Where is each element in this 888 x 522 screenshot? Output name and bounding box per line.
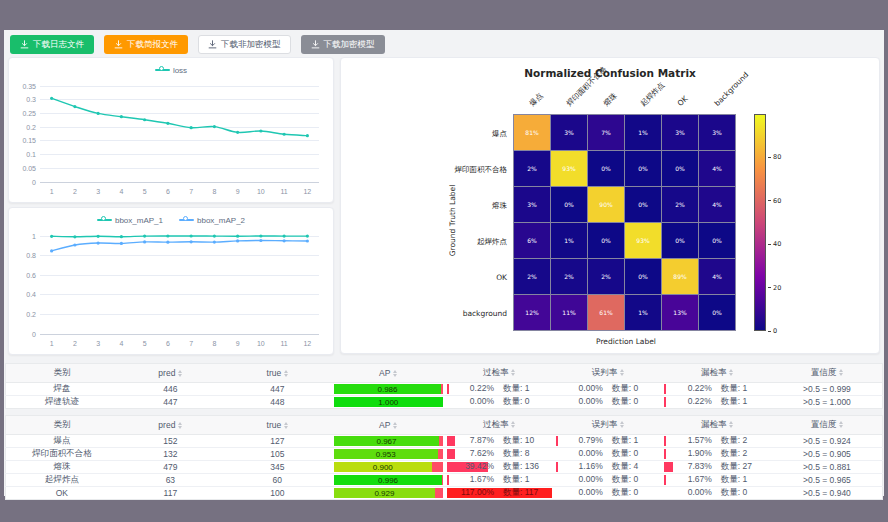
sort-icon[interactable]	[620, 421, 624, 428]
matrix-cell: 6%	[514, 223, 550, 258]
matrix-cell: 0%	[625, 259, 661, 294]
confidence-cell: >0.5 = 0.924	[772, 435, 883, 448]
rate-count: 数量: 136	[494, 461, 552, 473]
matrix-cell: 89%	[662, 259, 698, 294]
sort-icon[interactable]	[393, 422, 397, 429]
column-header-3[interactable]: true	[223, 416, 332, 435]
svg-text:5: 5	[143, 340, 147, 347]
svg-text:3: 3	[96, 188, 100, 195]
rate-count: 数量: 0	[603, 474, 661, 486]
matrix-cell: 90%	[588, 187, 624, 222]
button-label: 下载简报文件	[127, 39, 178, 51]
matrix-cell: 3%	[514, 187, 550, 222]
rate-percent: 117.00%	[447, 487, 494, 499]
confusion-matrix-card: Normalized Confusion Matrix Ground Truth…	[340, 57, 880, 354]
column-header-6[interactable]: 误判率	[554, 364, 663, 383]
svg-text:12: 12	[303, 188, 311, 195]
download-report-file-button[interactable]: 下载简报文件	[104, 35, 188, 54]
misscheck-rate-cell: 7.83%数量: 27	[662, 461, 772, 474]
colorbar-tick: 0	[768, 327, 777, 335]
sort-icon[interactable]	[620, 369, 624, 376]
svg-text:0: 0	[32, 331, 36, 338]
column-title: 过检率	[483, 419, 509, 429]
map-chart-card: bbox_mAP_1bbox_mAP_2 00.20.40.60.8112345…	[8, 207, 334, 355]
svg-text:1: 1	[32, 233, 36, 240]
svg-text:0.15: 0.15	[22, 137, 36, 144]
sort-icon[interactable]	[839, 421, 843, 428]
column-header-5[interactable]: 过检率	[445, 364, 554, 383]
download-unencrypted-model-button[interactable]: 下载非加密模型	[198, 35, 291, 54]
sort-icon[interactable]	[178, 422, 182, 429]
legend-item-bbox_mAP_2[interactable]: bbox_mAP_2	[179, 214, 245, 226]
table-row: 起焊炸点63600.9961.67%数量: 10.00%数量: 01.67%数量…	[6, 474, 883, 487]
category-cell: 爆点	[6, 435, 118, 448]
column-title: 类别	[53, 419, 70, 429]
matrix-row-label: background	[345, 309, 507, 318]
rate-count: 数量: 1	[712, 383, 770, 395]
svg-text:3: 3	[96, 340, 100, 347]
ap-cell: 0.967	[332, 435, 445, 448]
column-header-2[interactable]: pred	[118, 416, 223, 435]
ap-remainder-bar	[441, 384, 443, 394]
column-header-8[interactable]: 置信度	[772, 416, 883, 435]
header-row: 类别predtrueAP过检率误判率漏检率置信度	[6, 416, 883, 435]
column-header-8[interactable]: 置信度	[772, 364, 883, 383]
svg-text:6: 6	[166, 188, 170, 195]
column-title: AP	[379, 420, 390, 430]
rate-count: 数量: 1	[712, 474, 770, 486]
colorbar	[754, 114, 766, 331]
misjudge-rate-cell: 0.00%数量: 0	[554, 448, 663, 461]
column-header-7[interactable]: 漏检率	[662, 416, 772, 435]
table-row: 焊盘4464470.9860.22%数量: 10.00%数量: 00.22%数量…	[6, 383, 883, 396]
sort-icon[interactable]	[284, 422, 288, 429]
rate-count: 数量: 8	[494, 448, 552, 460]
matrix-cell: 0%	[588, 151, 624, 186]
column-header-4[interactable]: AP	[332, 416, 445, 435]
matrix-col-label: 起焊炸点	[639, 80, 667, 108]
sort-icon[interactable]	[839, 369, 843, 376]
sort-icon[interactable]	[284, 370, 288, 377]
pred-cell: 446	[118, 383, 223, 396]
metrics-table-2: 类别predtrueAP过检率误判率漏检率置信度爆点1521270.9677.8…	[5, 415, 883, 500]
column-header-7[interactable]: 漏检率	[662, 364, 772, 383]
column-header-4[interactable]: AP	[332, 364, 445, 383]
rate-percent: 0.79%	[556, 435, 603, 447]
matrix-cell: 61%	[588, 295, 624, 330]
rate-count: 数量: 10	[494, 435, 552, 447]
matrix-cell: 2%	[514, 151, 550, 186]
column-header-1: 类别	[6, 364, 118, 383]
legend-item-loss[interactable]: loss	[155, 64, 187, 76]
svg-text:10: 10	[257, 188, 265, 195]
column-header-5[interactable]: 过检率	[445, 416, 554, 435]
ap-remainder-bar	[435, 488, 443, 498]
svg-text:0.2: 0.2	[26, 124, 36, 131]
sort-icon[interactable]	[178, 370, 182, 377]
column-title: true	[267, 368, 282, 378]
misscheck-rate-cell: 1.57%数量: 2	[662, 435, 772, 448]
column-header-3[interactable]: true	[223, 364, 332, 383]
svg-text:0.2: 0.2	[26, 311, 36, 318]
rate-count: 数量: 0	[494, 396, 552, 408]
dashboard: 下载日志文件下载简报文件下载非加密模型下载加密模型 loss 00.050.10…	[4, 30, 884, 496]
sort-icon[interactable]	[729, 369, 733, 376]
pred-cell: 447	[118, 396, 223, 409]
download-log-file-button[interactable]: 下载日志文件	[10, 35, 94, 54]
download-icon	[20, 40, 29, 49]
category-cell: OK	[6, 487, 118, 500]
column-header-2[interactable]: pred	[118, 364, 223, 383]
legend-item-bbox_mAP_1[interactable]: bbox_mAP_1	[97, 214, 163, 226]
sort-icon[interactable]	[393, 370, 397, 377]
true-cell: 60	[223, 474, 332, 487]
matrix-cell: 4%	[699, 187, 735, 222]
column-header-6[interactable]: 误判率	[554, 416, 663, 435]
sort-icon[interactable]	[729, 421, 733, 428]
sort-icon[interactable]	[511, 369, 515, 376]
svg-text:1: 1	[50, 188, 54, 195]
ap-cell: 0.986	[332, 383, 445, 396]
ap-bar: 0.953	[334, 449, 438, 459]
sort-icon[interactable]	[511, 421, 515, 428]
rate-count: 数量: 2	[712, 448, 770, 460]
misscheck-rate-cell: 1.67%数量: 1	[662, 474, 772, 487]
pred-cell: 132	[118, 448, 223, 461]
download-encrypted-model-button[interactable]: 下载加密模型	[301, 35, 385, 54]
